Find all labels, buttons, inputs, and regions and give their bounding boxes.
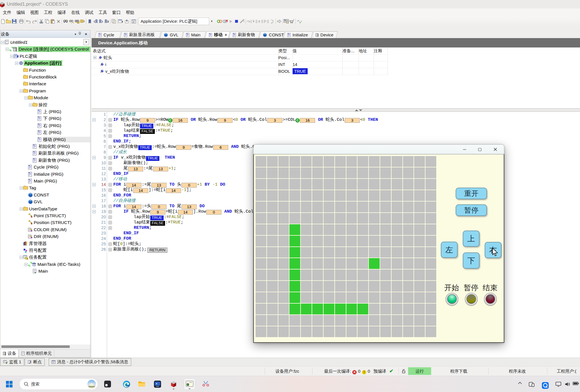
visu-button-restart[interactable]: 重开 xyxy=(456,188,487,199)
tree-expander-icon[interactable] xyxy=(6,48,9,51)
step-over-icon[interactable] xyxy=(246,18,252,25)
new-window-icon[interactable] xyxy=(118,18,124,25)
chevron-up-tray-icon[interactable] xyxy=(518,382,522,384)
undo-icon[interactable] xyxy=(26,18,31,25)
menu-item-9[interactable]: 窗口 xyxy=(110,9,123,16)
next-arrow-icon[interactable] xyxy=(276,18,282,25)
editor-tab-6[interactable]: 刷新食物 xyxy=(229,31,260,38)
recompile-check-icon[interactable] xyxy=(296,18,302,25)
bottom-tab-3[interactable]: 消息 - 总计0个错误,0个警告,58条消息 xyxy=(49,358,131,366)
editor-tab-4[interactable]: Main xyxy=(182,31,206,38)
tree-item[interactable]: 上 (PRG) xyxy=(0,108,90,115)
menu-item-1[interactable]: 文件 xyxy=(0,9,14,16)
visu-minimize-button[interactable] xyxy=(458,145,471,154)
export-box-icon[interactable] xyxy=(124,18,129,25)
menu-item-2[interactable]: 编辑 xyxy=(14,9,28,16)
tree-item[interactable]: Point (STRUCT) xyxy=(0,212,90,219)
codesys-cube-taskbar-icon[interactable] xyxy=(168,378,179,390)
editor-tab-5[interactable]: 移动× xyxy=(205,31,230,38)
logout-icon[interactable] xyxy=(222,18,228,25)
taskbar-search[interactable]: 搜索 xyxy=(19,378,98,390)
tree-expander-icon[interactable] xyxy=(20,186,23,190)
redo-icon[interactable] xyxy=(31,18,37,25)
tree-item[interactable]: 库管理器 xyxy=(0,240,90,247)
run-to-cursor-icon[interactable] xyxy=(264,18,269,25)
tree-item[interactable]: 左 (PRG) xyxy=(0,129,90,136)
battery-tray-icon[interactable] xyxy=(573,382,579,385)
bookmark-icon[interactable] xyxy=(87,18,92,25)
tree-item[interactable]: 下 (PRG) xyxy=(0,115,90,122)
tree-item[interactable]: Untitled1 xyxy=(0,39,90,46)
bookmark-next-icon[interactable] xyxy=(98,18,104,25)
tree-item[interactable]: Device [连接的] (CODESYS Control Win xyxy=(0,46,90,53)
visu-button-pause[interactable]: 暂停 xyxy=(456,204,487,216)
tree-expander-icon[interactable] xyxy=(20,256,23,259)
menu-item-3[interactable]: 视图 xyxy=(28,9,41,16)
bottom-tab-2[interactable]: 断点 xyxy=(25,358,45,366)
tree-item[interactable]: Module xyxy=(0,94,90,101)
tree-item[interactable]: Application [运行] xyxy=(0,60,90,67)
tree-expander-icon[interactable] xyxy=(20,90,23,93)
monitor-tray-icon[interactable] xyxy=(556,382,561,387)
editor-tab-8[interactable]: Initialize xyxy=(283,31,313,38)
panel-tab-pou[interactable]: 程序组织单元 xyxy=(19,349,54,357)
editor-tab-1[interactable]: Cycle xyxy=(94,31,121,38)
tree-item[interactable]: 任务配置 xyxy=(0,254,90,261)
copy-icon[interactable] xyxy=(44,18,50,25)
open-folder-icon[interactable] xyxy=(6,18,11,25)
windows-start-button[interactable] xyxy=(3,378,15,390)
tree-item[interactable]: 符号配置 xyxy=(0,247,90,254)
tree-item[interactable]: Function xyxy=(0,67,90,74)
panel-close-icon[interactable]: ✕ xyxy=(84,32,88,36)
tree-item[interactable]: CONST xyxy=(0,192,90,198)
menu-item-10[interactable]: 帮助 xyxy=(123,9,137,16)
menu-item-5[interactable]: 编译 xyxy=(55,9,69,16)
tree-item[interactable]: 初始化蛇 (PRG) xyxy=(0,143,90,150)
bookmark-prev-icon[interactable] xyxy=(92,18,98,25)
editor-splitter[interactable] xyxy=(92,109,580,111)
tree-expander-icon[interactable] xyxy=(29,103,32,107)
single-cycle-icon[interactable] xyxy=(239,18,245,25)
explorer-taskbar-icon[interactable] xyxy=(136,378,147,390)
replace-all-icon[interactable] xyxy=(80,18,85,25)
tree-expander-icon[interactable] xyxy=(15,62,18,65)
widgets-dark-taskbar-icon[interactable] xyxy=(102,378,113,390)
tree-item[interactable]: Tag xyxy=(0,184,90,191)
cut-icon[interactable] xyxy=(38,18,44,25)
find-icon[interactable] xyxy=(63,18,68,25)
panel-menu-icon[interactable]: ▾ xyxy=(73,32,78,36)
tree-item[interactable]: COLOR (ENUM) xyxy=(0,226,90,233)
active-application-combo[interactable]: Application [Device: PLC逻辑]▼ xyxy=(139,18,209,25)
copy-pages-icon[interactable] xyxy=(111,18,117,25)
visu-close-button[interactable] xyxy=(489,145,502,154)
snip-taskbar-icon[interactable] xyxy=(200,378,211,390)
menu-item-8[interactable]: 工具 xyxy=(96,9,110,16)
tree-item[interactable]: 移动 (PRG) xyxy=(0,136,90,143)
search-highlight-image[interactable] xyxy=(87,380,96,388)
menu-item-4[interactable]: 工程 xyxy=(41,9,55,16)
login-icon[interactable] xyxy=(217,18,222,25)
tree-item[interactable]: Program xyxy=(0,88,90,94)
tree-item[interactable]: 刷新食物 (PRG) xyxy=(0,157,90,164)
delete-icon[interactable] xyxy=(55,18,61,25)
visu-maximize-button[interactable] xyxy=(473,145,486,154)
speaker-tray-icon[interactable] xyxy=(565,382,570,387)
tree-item[interactable]: FunctionBlock xyxy=(0,74,90,80)
tree-item[interactable]: 刷新显示画板 (PRG) xyxy=(0,150,90,157)
trace-cart-icon[interactable] xyxy=(289,18,295,25)
watch-expand-icon[interactable] xyxy=(93,56,96,59)
edge-taskbar-icon[interactable] xyxy=(121,378,132,390)
splitter-down-icon[interactable] xyxy=(359,109,362,111)
tree-expander-icon[interactable] xyxy=(1,41,4,44)
combo-dropdown-icon[interactable]: ▼ xyxy=(209,18,214,25)
bottom-tab-1[interactable]: 监视 1 xyxy=(0,358,24,366)
phone-link-tray-icon[interactable] xyxy=(529,382,534,387)
print-icon[interactable] xyxy=(18,18,24,25)
tree-item[interactable]: 右 (PRG) xyxy=(0,122,90,129)
menu-item-7[interactable]: 调试 xyxy=(82,9,96,16)
editor-tab-7[interactable]: CONST xyxy=(259,31,285,38)
tree-item[interactable]: UserDataType xyxy=(0,206,90,212)
play-icon[interactable] xyxy=(228,18,234,25)
panel-pin-icon[interactable] xyxy=(78,32,83,36)
set-next-icon[interactable] xyxy=(269,18,275,25)
